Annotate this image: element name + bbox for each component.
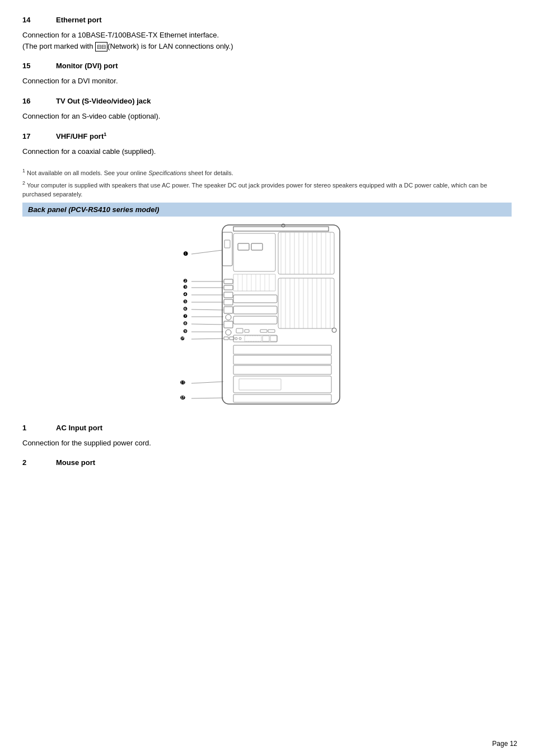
section-15-line1: Connection for a DVI monitor. [22,76,512,87]
section-17-number: 17 [22,132,56,140]
section-14-body: Connection for a 10BASE-T/100BASE-TX Eth… [22,30,512,51]
diagram-svg: ❶ ❷ ❸ ❹ ❺ ❻ ❼ ❽ ❾ ❿ ⓫ [177,222,357,412]
section-mouse-number: 2 [22,458,56,467]
svg-text:❶: ❶ [183,251,188,257]
section-mouse-title: Mouse port [56,458,95,467]
section-14-header: 14 Ethernet port [22,16,512,24]
section-17-sup: 1 [104,132,106,137]
svg-line-93 [191,382,223,383]
diagram-container: ❶ ❷ ❸ ❹ ❺ ❻ ❼ ❽ ❾ ❿ ⓫ [22,222,512,412]
svg-text:❼: ❼ [183,313,188,319]
section-15-title: Monitor (DVI) port [56,62,118,70]
svg-line-94 [191,398,223,398]
back-panel-diagram: ❶ ❷ ❸ ❹ ❺ ❻ ❼ ❽ ❾ ❿ ⓫ [177,222,357,412]
svg-text:⓬: ⓬ [180,395,185,401]
section-15-header: 15 Monitor (DVI) port [22,62,512,70]
section-16: 16 TV Out (S-Video/video) jack Connectio… [22,97,512,122]
section-16-body: Connection for an S-video cable (optiona… [22,111,512,122]
footnote-2: 2 Your computer is supplied with speaker… [22,180,512,199]
section-ac-number: 1 [22,424,56,432]
back-panel-header: Back panel (PCV-RS410 series model) [22,203,512,217]
svg-text:❷: ❷ [183,278,188,284]
svg-text:❻: ❻ [183,306,188,312]
footnote-1-text: Not available on all models. See your on… [27,169,233,176]
svg-text:❺: ❺ [183,299,188,304]
svg-text:❸: ❸ [183,284,188,290]
svg-text:❾: ❾ [183,328,188,334]
svg-line-83 [191,250,222,254]
section-16-title: TV Out (S-Video/video) jack [56,97,151,105]
section-16-header: 16 TV Out (S-Video/video) jack [22,97,512,105]
section-14: 14 Ethernet port Connection for a 10BASE… [22,16,512,51]
section-ac-body: Connection for the supplied power cord. [22,438,512,449]
footnote-2-num: 2 [22,180,25,186]
section-14-title: Ethernet port [56,16,102,24]
svg-line-88 [191,309,223,310]
section-mouse-header: 2 Mouse port [22,458,512,467]
section-ac-input: 1 AC Input port Connection for the suppl… [22,424,512,449]
svg-line-90 [191,324,223,325]
section-14-line1: Connection for a 10BASE-T/100BASE-TX Eth… [22,30,512,41]
section-16-number: 16 [22,97,56,105]
section-17-body: Connection for a coaxial cable (supplied… [22,146,512,157]
section-17-title: VHF/UHF port1 [56,132,106,140]
section-17: 17 VHF/UHF port1 Connection for a coaxia… [22,132,512,157]
svg-text:❿: ❿ [180,336,185,341]
section-16-line1: Connection for an S-video cable (optiona… [22,111,512,122]
section-15-number: 15 [22,62,56,70]
section-ac-title: AC Input port [56,424,102,432]
footnotes: 1 Not available on all models. See your … [22,167,512,199]
section-17-line1: Connection for a coaxial cable (supplied… [22,146,512,157]
section-ac-line: Connection for the supplied power cord. [22,438,512,449]
section-mouse: 2 Mouse port [22,458,512,467]
svg-text:❹: ❹ [183,292,188,297]
footnote-1: 1 Not available on all models. See your … [22,167,512,177]
section-14-number: 14 [22,16,56,24]
section-17-header: 17 VHF/UHF port1 [22,132,512,140]
section-15: 15 Monitor (DVI) port Connection for a D… [22,62,512,87]
svg-line-92 [191,339,223,339]
page-number: Page 12 [492,740,517,748]
svg-text:⓫: ⓫ [180,380,185,386]
section-15-body: Connection for a DVI monitor. [22,76,512,87]
network-icon: ⊟⊟ [95,42,107,51]
svg-text:❽: ❽ [183,321,188,326]
footnote-1-num: 1 [22,168,25,173]
footnote-2-text: Your computer is supplied with speakers … [22,182,487,198]
section-ac-header: 1 AC Input port [22,424,512,432]
section-14-line2: (The port marked with ⊟⊟(Network) is for… [22,41,512,52]
